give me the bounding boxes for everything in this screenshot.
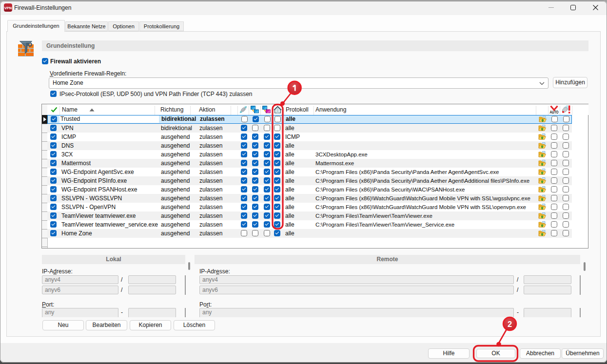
svg-text:VPN: VPN (4, 6, 12, 10)
